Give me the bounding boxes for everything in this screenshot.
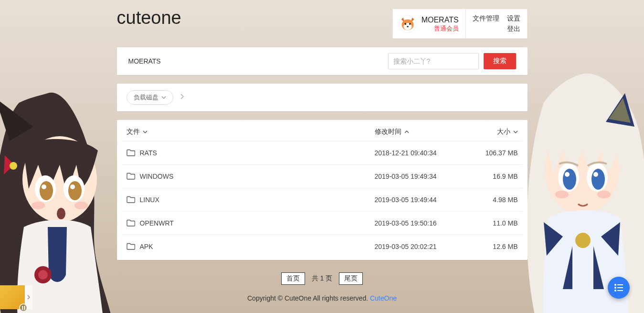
file-row[interactable]: APK2019-03-05 20:02:2112.6 MB — [122, 235, 523, 258]
music-cover — [0, 285, 25, 309]
nav-logout[interactable]: 登出 — [507, 25, 520, 32]
svg-rect-36 — [24, 306, 25, 310]
music-player-widget[interactable] — [0, 285, 32, 309]
list-icon — [614, 284, 623, 291]
svg-point-9 — [57, 208, 65, 219]
file-name: WINDOWS — [140, 173, 174, 180]
col-time-label: 修改时间 — [375, 128, 401, 136]
svg-point-19 — [593, 172, 598, 177]
col-size-label: 大小 — [497, 128, 510, 136]
svg-point-18 — [565, 172, 570, 177]
file-name: LINUX — [140, 196, 159, 204]
sort-by-name[interactable]: 文件 — [127, 128, 375, 136]
file-time: 2019-03-05 19:49:44 — [375, 196, 470, 204]
svg-point-4 — [68, 181, 82, 200]
file-row[interactable]: RATS2018-12-21 09:40:34106.37 MB — [122, 141, 523, 164]
file-name: APK — [140, 243, 153, 250]
file-row[interactable]: LINUX2019-03-05 19:49:444.98 MB — [122, 188, 523, 211]
pause-icon[interactable] — [19, 303, 28, 312]
svg-point-5 — [42, 184, 46, 189]
logo: cuteone — [117, 9, 181, 27]
svg-point-29 — [614, 284, 616, 286]
file-size: 16.9 MB — [470, 173, 518, 180]
file-name: RATS — [140, 149, 157, 157]
folder-icon — [127, 219, 135, 227]
fox-avatar-icon — [399, 15, 417, 33]
file-row[interactable]: WINDOWS2019-03-05 19:49:3416.9 MB — [122, 164, 523, 188]
folder-icon — [127, 149, 135, 156]
svg-point-6 — [70, 184, 75, 189]
load-disk-dropdown[interactable]: 负载磁盘 — [127, 90, 173, 105]
pagination: 首页 共 1 页 尾页 — [117, 269, 528, 294]
svg-rect-30 — [617, 284, 623, 285]
chevron-up-icon — [404, 130, 409, 134]
file-time: 2019-03-05 19:49:34 — [375, 173, 470, 180]
search-input[interactable] — [388, 53, 479, 69]
svg-point-10 — [10, 162, 17, 170]
sort-by-size[interactable]: 大小 — [470, 128, 518, 136]
file-size: 106.37 MB — [470, 149, 518, 157]
file-time: 2019-03-05 20:02:21 — [375, 243, 470, 250]
file-size: 12.6 MB — [470, 243, 518, 250]
svg-point-21 — [597, 191, 611, 198]
load-disk-label: 负载磁盘 — [134, 93, 158, 102]
nav-settings[interactable]: 设置 — [507, 14, 520, 22]
footer: Copyright © CuteOne All rights reserved.… — [117, 294, 528, 312]
file-name: OPENWRT — [140, 219, 174, 227]
svg-point-33 — [614, 290, 616, 291]
header-menu: 文件管理 设置 登出 — [465, 9, 528, 39]
folder-icon — [127, 173, 135, 180]
sort-by-time[interactable]: 修改时间 — [375, 128, 470, 136]
chevron-down-icon — [513, 130, 518, 134]
file-row[interactable]: OPENWRT2019-03-05 19:50:1611.0 MB — [122, 211, 523, 235]
folder-icon — [127, 196, 135, 203]
bg-character-right — [525, 65, 644, 313]
svg-point-20 — [555, 191, 569, 198]
svg-point-3 — [40, 181, 53, 200]
file-size: 4.98 MB — [470, 196, 518, 204]
pager-last[interactable]: 尾页 — [339, 272, 363, 285]
chevron-right-icon — [27, 295, 30, 300]
svg-point-26 — [404, 23, 406, 25]
file-time: 2019-03-05 19:50:16 — [375, 219, 470, 227]
search-bar: MOERATS 搜索 — [117, 47, 528, 75]
col-name-label: 文件 — [127, 128, 140, 136]
svg-rect-35 — [22, 306, 23, 310]
svg-rect-32 — [617, 287, 623, 288]
svg-point-22 — [575, 233, 591, 248]
nav-file-management[interactable]: 文件管理 — [473, 14, 499, 22]
svg-point-8 — [74, 202, 88, 209]
svg-point-31 — [614, 287, 616, 289]
file-size: 11.0 MB — [470, 219, 518, 227]
chevron-right-icon — [180, 94, 184, 101]
user-role: 普通会员 — [422, 25, 459, 33]
user-info-box: MOERATS 普通会员 — [392, 9, 465, 39]
fab-menu-button[interactable] — [608, 277, 630, 299]
svg-point-16 — [563, 169, 576, 190]
file-list: 文件 修改时间 大小 RATS2018-12-21 09:40:34106.37… — [117, 120, 528, 260]
user-name: MOERATS — [422, 15, 459, 25]
svg-point-27 — [409, 23, 411, 25]
breadcrumb-bar: 负载磁盘 — [117, 84, 528, 111]
svg-rect-34 — [617, 290, 623, 291]
pager-total: 共 1 页 — [307, 273, 338, 284]
search-button[interactable]: 搜索 — [484, 53, 516, 69]
svg-point-12 — [38, 270, 48, 280]
current-disk-label: MOERATS — [128, 57, 161, 65]
bg-character-left — [0, 84, 124, 313]
file-time: 2018-12-21 09:40:34 — [375, 149, 470, 157]
svg-point-28 — [407, 26, 409, 28]
pager-first[interactable]: 首页 — [281, 272, 305, 285]
footer-link[interactable]: CuteOne — [370, 294, 397, 302]
footer-text: Copyright © CuteOne All rights reserved. — [247, 294, 370, 302]
svg-point-17 — [591, 169, 605, 190]
svg-point-7 — [32, 202, 45, 209]
file-list-header: 文件 修改时间 大小 — [117, 120, 528, 141]
chevron-down-icon — [143, 130, 148, 134]
folder-icon — [127, 243, 135, 250]
chevron-down-icon — [161, 95, 166, 100]
